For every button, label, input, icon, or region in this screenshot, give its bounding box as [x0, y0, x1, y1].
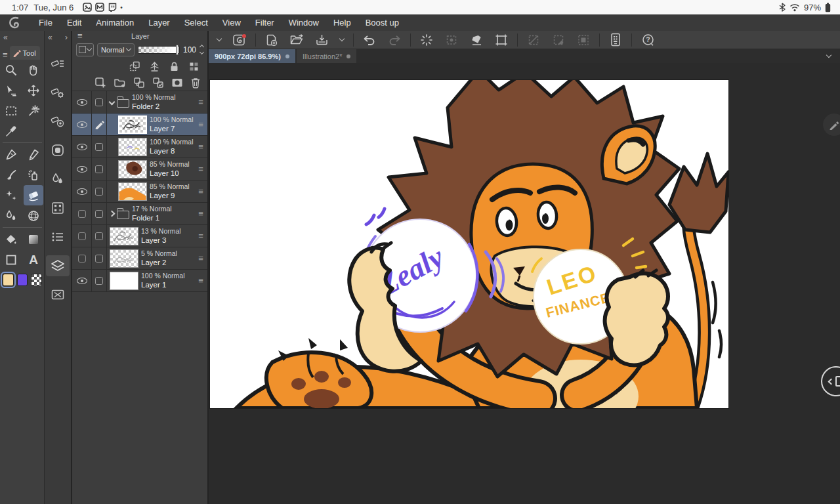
color-mix-panel-icon[interactable]: [46, 169, 70, 190]
lock-alpha-button[interactable]: [188, 61, 200, 72]
decoration-tool[interactable]: [1, 185, 21, 205]
move-layer-tool[interactable]: [24, 80, 43, 100]
document-tab[interactable]: Illustration2*: [297, 49, 357, 63]
layer-drag-handle[interactable]: ≡: [194, 276, 207, 285]
layer-thumbnail[interactable]: [118, 160, 147, 178]
collapse-palettes-button[interactable]: «: [3, 33, 8, 42]
color-set-panel-icon[interactable]: [46, 198, 70, 219]
selection-scale-button[interactable]: [546, 32, 571, 48]
layer-content[interactable]: 100 % Normal Layer 7: [107, 114, 194, 135]
auto-select-tool[interactable]: [24, 100, 43, 121]
navigator-panel-icon[interactable]: [46, 140, 70, 161]
layer-checkbox[interactable]: [92, 136, 107, 158]
layer-thumbnail[interactable]: [110, 227, 138, 245]
lock-layer-button[interactable]: [169, 61, 180, 72]
layer-content[interactable]: 13 % Normal Layer 3: [107, 225, 194, 247]
clip-at-layer-button[interactable]: [129, 61, 140, 72]
menu-item-boost-up[interactable]: Boost up: [358, 18, 406, 28]
layer-visibility-toggle[interactable]: [72, 136, 92, 158]
sub-tool-detail-panel-icon[interactable]: [46, 226, 70, 247]
layer-visibility-toggle[interactable]: [72, 270, 92, 291]
layer-drag-handle[interactable]: ≡: [194, 209, 207, 219]
layer-visibility-toggle[interactable]: [72, 91, 92, 113]
marquee-tool[interactable]: [1, 100, 21, 121]
blend-tool[interactable]: [1, 205, 21, 226]
brush-size-panel-icon[interactable]: [46, 111, 70, 132]
expand-strip-button[interactable]: ›: [65, 33, 68, 42]
figure-tool[interactable]: [1, 249, 21, 270]
layer-visibility-toggle[interactable]: [72, 247, 92, 269]
new-layer-button[interactable]: [94, 77, 106, 89]
palette-dock-toggle[interactable]: [821, 366, 840, 396]
tab-overflow-button[interactable]: [827, 49, 831, 63]
layer-row-folder-1[interactable]: 17 % Normal Folder 1 ≡: [72, 203, 207, 225]
sub-tool-panel-icon[interactable]: [46, 53, 70, 74]
menu-item-animation[interactable]: Animation: [89, 18, 141, 28]
crop-frame-button[interactable]: [489, 32, 514, 48]
opacity-slider-handle[interactable]: [176, 45, 178, 55]
layer-select-tool[interactable]: [1, 80, 21, 100]
menu-item-view[interactable]: View: [215, 18, 248, 28]
layer-checkbox[interactable]: [92, 247, 107, 269]
menu-item-help[interactable]: Help: [326, 18, 358, 28]
selection-convert-button[interactable]: [521, 32, 546, 48]
eyedropper-tool[interactable]: [1, 121, 21, 141]
transfer-down-button[interactable]: [133, 77, 145, 89]
marker-tool[interactable]: [24, 144, 43, 165]
companion-mode-button[interactable]: [603, 32, 628, 48]
layer-visibility-toggle[interactable]: [72, 225, 92, 247]
layer-checkbox[interactable]: [92, 180, 107, 202]
menu-item-file[interactable]: File: [32, 18, 60, 28]
tab-close-dot[interactable]: [346, 54, 350, 58]
save-options-button[interactable]: [334, 32, 350, 48]
layer-drag-handle[interactable]: ≡: [194, 119, 207, 129]
layer-checkbox[interactable]: [92, 158, 107, 180]
layer-content[interactable]: 85 % Normal Layer 10: [107, 158, 194, 180]
redo-button[interactable]: [382, 32, 407, 48]
new-folder-button[interactable]: [114, 77, 126, 89]
layer-row-layer-10[interactable]: 85 % Normal Layer 10 ≡: [72, 158, 207, 180]
layer-checkbox[interactable]: [92, 91, 107, 113]
layer-content[interactable]: 100 % Normal Layer 1: [107, 270, 194, 291]
layer-drag-handle[interactable]: ≡: [194, 164, 207, 174]
layer-visibility-toggle[interactable]: [72, 180, 92, 202]
brush-tool[interactable]: [1, 165, 21, 185]
menu-item-window[interactable]: Window: [282, 18, 326, 28]
pen-tool[interactable]: [1, 144, 21, 165]
command-bar-overflow-button[interactable]: [211, 32, 227, 48]
collapse-strip-button[interactable]: «: [48, 33, 52, 42]
layer-checkbox[interactable]: [92, 114, 107, 135]
layer-drag-handle[interactable]: ≡: [194, 186, 207, 196]
layer-row-layer-7[interactable]: 100 % Normal Layer 7 ≡: [72, 114, 207, 136]
menu-item-select[interactable]: Select: [177, 18, 215, 28]
gradient-tool[interactable]: [24, 229, 43, 249]
layer-row-folder-2[interactable]: 100 % Normal Folder 2 ≡: [72, 91, 207, 114]
tab-tool[interactable]: Tool: [10, 46, 40, 60]
liquify-tool[interactable]: [24, 205, 43, 226]
layer-row-layer-9[interactable]: 85 % Normal Layer 9 ≡: [72, 180, 207, 203]
layer-thumbnail[interactable]: [110, 272, 138, 290]
layer-row-layer-2[interactable]: 5 % Normal Layer 2 ≡: [72, 247, 207, 270]
layer-drag-handle[interactable]: ≡: [194, 142, 207, 152]
layer-row-layer-1[interactable]: 100 % Normal Layer 1 ≡: [72, 270, 207, 292]
eraser-tool[interactable]: [24, 185, 43, 205]
layer-content[interactable]: 100 % Normal Layer 8: [107, 136, 194, 158]
new-canvas-button[interactable]: [259, 32, 284, 48]
folder-collapsed-chevron[interactable]: [109, 211, 116, 217]
layer-visibility-toggle[interactable]: [72, 158, 92, 180]
fill-tool[interactable]: [1, 229, 21, 249]
opacity-spinner[interactable]: [200, 45, 203, 54]
menu-item-filter[interactable]: Filter: [248, 18, 282, 28]
layer-drag-handle[interactable]: ≡: [194, 231, 207, 241]
layer-content[interactable]: 17 % Normal Folder 1: [107, 203, 194, 224]
selection-shrink-button[interactable]: [571, 32, 596, 48]
layer-thumbnail[interactable]: [118, 182, 147, 201]
main-color-swatch[interactable]: [3, 274, 14, 286]
layer-content[interactable]: 85 % Normal Layer 9: [107, 180, 194, 202]
canvas[interactable]: Zealy LEO FINANCE: [210, 80, 728, 408]
clip-studio-home-button[interactable]: [227, 32, 252, 48]
material-panel-icon[interactable]: [46, 284, 70, 305]
layer-row-layer-3[interactable]: 13 % Normal Layer 3 ≡: [72, 225, 207, 247]
clip-studio-logo-icon[interactable]: [8, 16, 22, 30]
layer-thumbnail[interactable]: [110, 249, 138, 268]
